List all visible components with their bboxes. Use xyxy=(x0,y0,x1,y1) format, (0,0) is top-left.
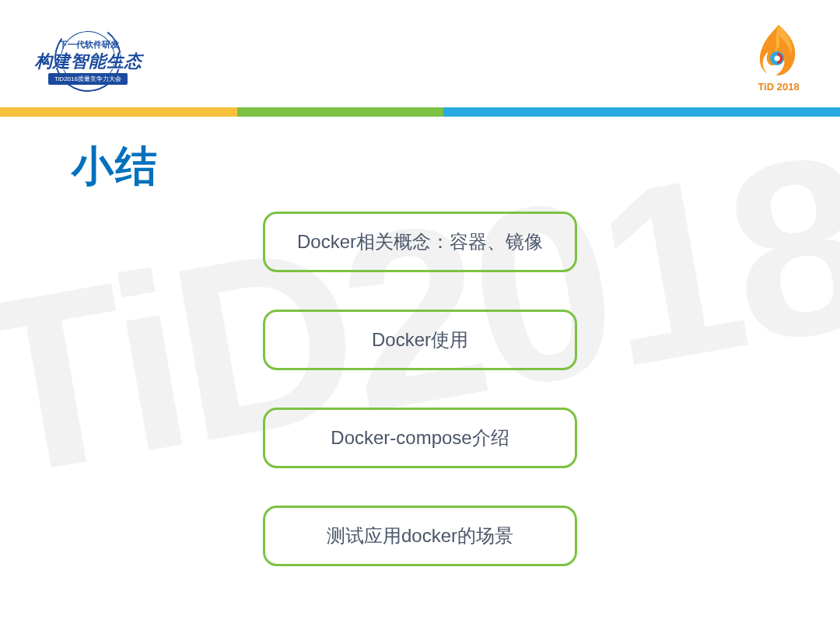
header-divider xyxy=(0,107,840,117)
event-logo-left: 下一代软件研发 构建智能生态 TiD2018质量竞争力大会 xyxy=(26,25,151,93)
summary-list: Docker相关概念：容器、镜像 Docker使用 Docker-compose… xyxy=(263,212,577,566)
slide-header: 下一代软件研发 构建智能生态 TiD2018质量竞争力大会 TiD 2018 xyxy=(0,0,840,109)
divider-seg-blue xyxy=(443,107,840,117)
logo-subtext: 下一代软件研发 xyxy=(26,39,151,51)
logo-maintext: 构建智能生态 xyxy=(26,50,151,73)
logo-right-label: TiD 2018 xyxy=(750,81,807,93)
summary-item: 测试应用docker的场景 xyxy=(263,506,577,566)
summary-item: Docker使用 xyxy=(263,310,577,370)
flame-icon xyxy=(757,23,800,79)
logo-tag: TiD2018质量竞争力大会 xyxy=(48,73,128,85)
divider-seg-yellow xyxy=(0,107,237,117)
event-logo-right: TiD 2018 xyxy=(750,23,807,93)
svg-point-1 xyxy=(775,55,780,61)
divider-seg-green xyxy=(237,107,443,117)
summary-item: Docker相关概念：容器、镜像 xyxy=(263,212,577,272)
slide-title: 小结 xyxy=(72,138,159,195)
summary-item: Docker-compose介绍 xyxy=(263,408,577,468)
